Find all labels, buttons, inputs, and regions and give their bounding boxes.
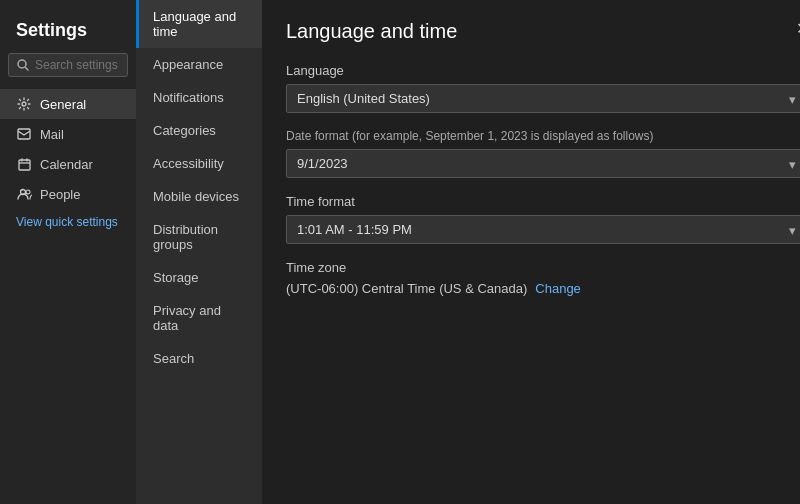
view-quick-settings[interactable]: View quick settings xyxy=(0,209,136,235)
language-select[interactable]: English (United States) English (United … xyxy=(286,84,800,113)
svg-point-2 xyxy=(22,102,26,106)
change-timezone-link[interactable]: Change xyxy=(535,281,581,296)
svg-rect-3 xyxy=(18,129,30,139)
time-format-section: Time format 1:01 AM - 11:59 PM 01:01 - 2… xyxy=(286,194,800,244)
language-select-wrapper: English (United States) English (United … xyxy=(286,84,800,113)
sidebar-item-mail-label: Mail xyxy=(40,127,64,142)
time-format-select[interactable]: 1:01 AM - 11:59 PM 01:01 - 23:59 xyxy=(286,215,800,244)
search-box[interactable] xyxy=(8,53,128,77)
mail-icon xyxy=(16,126,32,142)
settings-container: Settings General xyxy=(0,0,800,504)
language-label: Language xyxy=(286,63,800,78)
svg-point-6 xyxy=(26,190,30,194)
date-format-select-wrapper: 9/1/2023 1/9/2023 September 1, 2023 1 Se… xyxy=(286,149,800,178)
search-input[interactable] xyxy=(35,58,119,72)
menu-item-search[interactable]: Search xyxy=(136,342,262,375)
date-format-select[interactable]: 9/1/2023 1/9/2023 September 1, 2023 1 Se… xyxy=(286,149,800,178)
sidebar-item-people-label: People xyxy=(40,187,80,202)
menu-item-storage[interactable]: Storage xyxy=(136,261,262,294)
menu-item-notifications[interactable]: Notifications xyxy=(136,81,262,114)
svg-point-0 xyxy=(18,60,26,68)
time-format-label: Time format xyxy=(286,194,800,209)
time-zone-section: Time zone (UTC-06:00) Central Time (US &… xyxy=(286,260,800,296)
main-content: Language and time ✕ Language English (Un… xyxy=(262,0,800,504)
sidebar-item-calendar-label: Calendar xyxy=(40,157,93,172)
menu-item-appearance[interactable]: Appearance xyxy=(136,48,262,81)
time-zone-label: Time zone xyxy=(286,260,800,275)
app-title: Settings xyxy=(0,12,136,53)
sidebar-item-general[interactable]: General xyxy=(0,89,136,119)
menu-item-accessibility[interactable]: Accessibility xyxy=(136,147,262,180)
calendar-icon xyxy=(16,156,32,172)
menu-item-language-and-time[interactable]: Language and time xyxy=(136,0,262,48)
time-zone-row: (UTC-06:00) Central Time (US & Canada) C… xyxy=(286,281,800,296)
sidebar: Settings General xyxy=(0,0,136,504)
sidebar-item-general-label: General xyxy=(40,97,86,112)
close-button[interactable]: ✕ xyxy=(790,16,800,40)
middle-panel: Language and time Appearance Notificatio… xyxy=(136,0,262,504)
time-zone-value: (UTC-06:00) Central Time (US & Canada) xyxy=(286,281,527,296)
menu-item-privacy-and-data[interactable]: Privacy and data xyxy=(136,294,262,342)
main-title: Language and time xyxy=(286,20,800,43)
svg-line-1 xyxy=(26,68,29,71)
date-format-section: Date format (for example, September 1, 2… xyxy=(286,129,800,178)
sidebar-item-calendar[interactable]: Calendar xyxy=(0,149,136,179)
menu-item-mobile-devices[interactable]: Mobile devices xyxy=(136,180,262,213)
svg-rect-4 xyxy=(19,160,30,170)
time-format-select-wrapper: 1:01 AM - 11:59 PM 01:01 - 23:59 ▾ xyxy=(286,215,800,244)
date-format-label: Date format (for example, September 1, 2… xyxy=(286,129,800,143)
language-section: Language English (United States) English… xyxy=(286,63,800,113)
people-icon xyxy=(16,186,32,202)
menu-item-categories[interactable]: Categories xyxy=(136,114,262,147)
menu-item-distribution-groups[interactable]: Distribution groups xyxy=(136,213,262,261)
sidebar-item-people[interactable]: People xyxy=(0,179,136,209)
search-icon xyxy=(17,59,29,71)
gear-icon xyxy=(16,96,32,112)
sidebar-item-mail[interactable]: Mail xyxy=(0,119,136,149)
